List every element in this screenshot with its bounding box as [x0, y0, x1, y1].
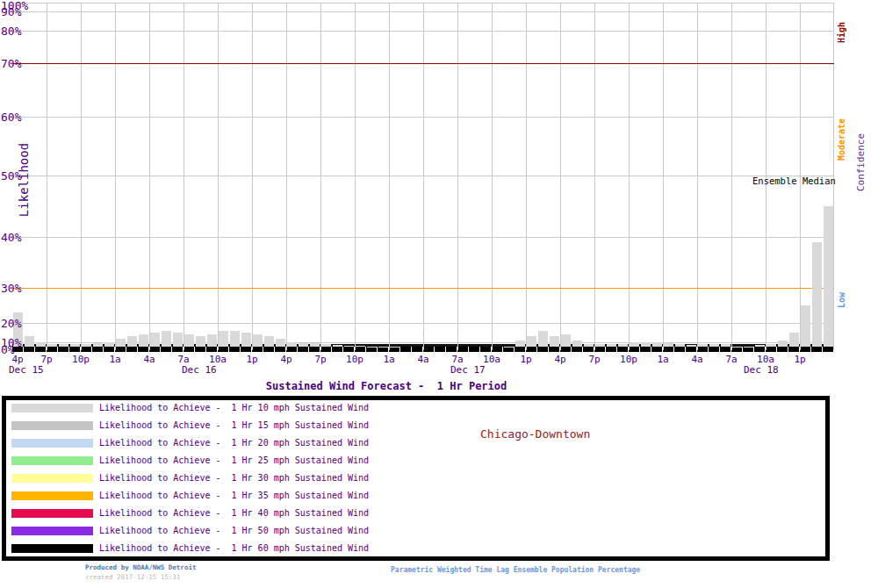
bar-hour-53: [618, 344, 628, 347]
x-tick-label-23: 1p: [794, 355, 805, 365]
bar-hour-6: [82, 344, 91, 347]
gridline-v: [423, 3, 424, 350]
bar-hour-45: [527, 336, 536, 347]
bar-hour-1: [25, 336, 34, 347]
bar-hour-67: [778, 341, 788, 347]
bar-hour-17: [207, 334, 217, 347]
confidence-band-label-moderate: Moderate: [837, 118, 846, 161]
wind-forecast-chart-page: { "title": "Sustained Wind Forecast - 1 …: [0, 0, 878, 588]
legend-box: Chicago-Downtown Likelihood to Achieve -…: [2, 396, 830, 561]
confidence-band-label-low: Low: [837, 292, 846, 308]
bar-hour-13: [162, 331, 171, 347]
x-tick-label-7: 1p: [246, 355, 257, 365]
bar-hour-15: [184, 334, 194, 347]
bar-hour-23: [276, 339, 285, 347]
footer-produced-by: Produced by NOAA/NWS Detroit: [85, 563, 196, 571]
y-tick-label-20: 20%: [1, 318, 21, 329]
gridline-v: [697, 3, 698, 350]
bar-hour-9: [116, 339, 126, 347]
bar-hour-49: [572, 341, 582, 347]
plot-area: [12, 0, 834, 352]
x-date-label-dec-18: Dec 18: [744, 365, 779, 376]
x-date-label-dec-15: Dec 15: [9, 365, 44, 376]
y-tick-label-30: 30%: [1, 283, 21, 294]
gridline-v: [218, 3, 219, 350]
legend-swatch-0: [11, 404, 93, 412]
gridline-v: [526, 3, 527, 350]
bar-hour-48: [561, 334, 571, 347]
y-tick-label-40: 40%: [1, 232, 21, 243]
x-date-label-dec-17: Dec 17: [450, 365, 486, 376]
gridline-v: [47, 3, 47, 350]
bar-hour-4: [59, 344, 68, 347]
bar-hour-61: [709, 344, 719, 347]
bar-hour-7: [93, 343, 103, 347]
bar-hour-22: [264, 336, 274, 347]
x-tick-label-14: 10a: [483, 355, 500, 365]
y-tick-label-60: 60%: [1, 111, 21, 123]
gridline-v: [457, 3, 458, 350]
x-tick-label-3: 1a: [109, 355, 120, 365]
x-tick-label-2: 10p: [72, 355, 90, 365]
bar-hour-60: [698, 344, 708, 347]
bar-hour-66: [766, 344, 776, 347]
gridline-v: [184, 3, 184, 350]
legend-label-8: Likelihood to Achieve - 1 Hr 60 mph Sust…: [99, 543, 369, 554]
gridline-v: [594, 3, 595, 350]
bar-hour-21: [253, 334, 263, 347]
bar-hour-71: [824, 206, 833, 347]
ensemble-median-annotation: Ensemble Median: [752, 176, 836, 186]
bar-hour-46: [538, 331, 548, 347]
bar-hour-8: [104, 342, 114, 347]
legend-swatch-7: [11, 527, 93, 535]
y-tick-label-90: 90%: [1, 6, 21, 18]
bar-hour-29: [344, 346, 354, 347]
legend-label-7: Likelihood to Achieve - 1 Hr 50 mph Sust…: [99, 526, 369, 536]
legend-label-3: Likelihood to Achieve - 1 Hr 25 mph Sust…: [99, 455, 369, 466]
y-tick-label-80: 80%: [1, 25, 21, 37]
bar-hour-11: [139, 334, 148, 347]
bar-hour-44: [515, 341, 525, 347]
legend-label-6: Likelihood to Achieve - 1 Hr 40 mph Sust…: [99, 508, 369, 519]
x-tick-label-16: 4p: [554, 355, 565, 365]
legend-swatch-2: [11, 439, 93, 448]
bar-hour-58: [675, 344, 685, 347]
bar-hour-27: [321, 344, 331, 347]
x-date-label-dec-16: Dec 16: [182, 365, 217, 376]
legend-swatch-3: [11, 456, 93, 465]
gridline-v: [115, 3, 116, 350]
gridline-v: [731, 3, 732, 350]
bar-hour-70: [812, 242, 822, 347]
x-tick-label-20: 4a: [691, 355, 702, 365]
x-tick-label-4: 4a: [143, 355, 155, 365]
bar-hour-18: [219, 331, 228, 347]
legend-swatch-4: [11, 474, 93, 483]
gridline-v: [663, 3, 664, 350]
bar-hour-20: [241, 333, 251, 347]
bar-hour-3: [47, 344, 57, 347]
bar-hour-57: [664, 343, 673, 347]
legend-label-1: Likelihood to Achieve - 1 Hr 15 mph Sust…: [99, 420, 369, 431]
x-tick-label-8: 4p: [280, 355, 291, 365]
x-tick-label-9: 7p: [314, 355, 326, 365]
bar-hour-2: [36, 342, 46, 347]
bar-hour-50: [584, 344, 594, 347]
bar-hour-68: [789, 333, 799, 347]
legend-swatch-8: [11, 544, 93, 553]
bar-hour-5: [70, 344, 80, 347]
gridline-v: [560, 3, 561, 350]
footer-method-description: Parametric Weighted Time Lag Ensemble Po…: [391, 566, 640, 574]
location-label: Chicago-Downtown: [480, 427, 590, 441]
bar-hour-51: [595, 344, 605, 347]
x-tick-label-21: 7a: [725, 355, 737, 365]
gridline-v: [389, 3, 390, 350]
legend-swatch-6: [11, 509, 93, 518]
legend-label-5: Likelihood to Achieve - 1 Hr 35 mph Sust…: [99, 491, 369, 501]
x-tick-label-10: 10p: [346, 355, 363, 365]
legend-swatch-5: [11, 491, 93, 500]
gridline-v: [355, 3, 356, 350]
bar-hour-54: [630, 342, 639, 347]
x-tick-label-11: 1a: [383, 355, 394, 365]
bar-hour-19: [230, 331, 240, 347]
bar-hour-59: [687, 345, 696, 347]
